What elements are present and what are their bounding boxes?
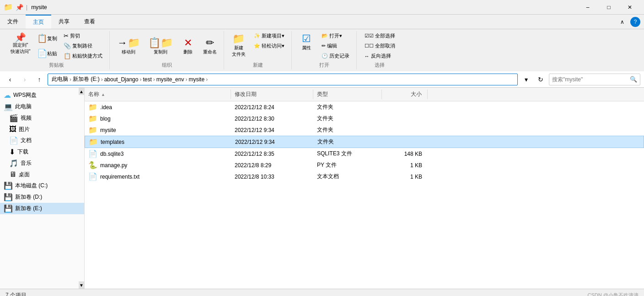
new-folder-btn[interactable]: 📁 新建文件夹 <box>229 31 249 59</box>
cut-btn[interactable]: ✂ 剪切 <box>60 31 106 41</box>
sidebar-item-c[interactable]: 💾 本地磁盘 (C:) <box>0 180 84 191</box>
file-icon-manage: 🐍 <box>88 161 97 169</box>
new-item-btn[interactable]: ✨ 新建项目▾ <box>251 31 288 41</box>
move-to-btn[interactable]: →📁 移动到 <box>114 35 143 57</box>
copy-to-btn[interactable]: 📋📁 复制到 <box>145 35 176 57</box>
file-date-manage: 2022/12/8 8:29 <box>231 162 313 169</box>
file-row-blog[interactable]: 📁 blog 2022/12/12 8:30 文件夹 <box>85 113 644 124</box>
select-all-btn[interactable]: ☑☑ 全部选择 <box>361 31 398 41</box>
ribbon-group-new: 📁 新建文件夹 ✨ 新建项目▾ ⭐ 轻松访问▾ 新建 <box>225 31 292 69</box>
tab-file[interactable]: 文件 <box>0 15 26 29</box>
sidebar-item-downloads[interactable]: ⬇ 下载 <box>0 146 84 158</box>
forward-button[interactable]: › <box>18 73 31 86</box>
sidebar-item-pc[interactable]: 💻 此电脑 <box>0 101 84 112</box>
minimize-button[interactable]: – <box>577 0 598 15</box>
help-btn[interactable]: ? <box>630 17 640 27</box>
open-btn[interactable]: 📂 打开▾ <box>318 31 353 41</box>
pc-icon: 💻 <box>4 102 13 111</box>
tab-home[interactable]: 主页 <box>26 15 51 29</box>
path-drive[interactable]: 新加卷 (E:) <box>73 75 100 83</box>
edit-btn[interactable]: ✏ 编辑 <box>318 41 353 51</box>
file-size-db: 148 KB <box>382 151 428 157</box>
file-type-blog: 文件夹 <box>313 115 382 122</box>
select-none-btn[interactable]: ☐☐ 全部取消 <box>361 41 398 51</box>
sidebar-scroll-up[interactable]: ▲ <box>79 88 84 95</box>
file-row-req[interactable]: 📄 requirements.txt 2022/12/8 10:33 文本文档 … <box>85 171 644 182</box>
col-header-size[interactable]: 大小 <box>382 90 428 99</box>
back-button[interactable]: ‹ <box>4 73 16 86</box>
path-django[interactable]: about_Django <box>104 76 139 83</box>
file-date-templates: 2022/12/12 9:34 <box>231 139 314 145</box>
open-items: ☑ 属性 📂 打开▾ ✏ 编辑 🕐 历史记录 <box>296 31 353 61</box>
file-row-manage[interactable]: 🐍 manage.py 2022/12/8 8:29 PY 文件 1 KB <box>85 159 644 171</box>
select-none-icon: ☐☐ <box>365 43 374 49</box>
copy-btn[interactable]: 📋 复制 <box>35 31 59 46</box>
c-drive-icon: 💾 <box>4 181 13 190</box>
refresh-button[interactable]: ↻ <box>534 73 547 86</box>
delete-btn[interactable]: ✕ 删除 <box>178 35 198 57</box>
close-button[interactable]: ✕ <box>619 0 640 15</box>
sidebar-scroll-down[interactable]: ▼ <box>79 281 84 289</box>
file-row-templates[interactable]: 📁 templates 2022/12/12 9:34 文件夹 <box>85 136 644 148</box>
path-test[interactable]: test <box>143 76 151 83</box>
pin-icon: 📌 <box>16 4 23 11</box>
sidebar-item-docs[interactable]: 📄 文档 <box>0 135 84 146</box>
select-none-label: 全部取消 <box>375 42 395 49</box>
path-dropdown-btn[interactable]: ▾ <box>520 73 532 86</box>
sidebar-item-pictures[interactable]: 🖼 图片 <box>0 124 84 135</box>
file-header: 名称 ▲ 修改日期 类型 大小 <box>85 88 644 101</box>
select-label: 选择 <box>375 62 385 69</box>
sidebar-item-d[interactable]: 💾 新加卷 (D:) <box>0 191 84 203</box>
history-icon: 🕐 <box>322 53 328 59</box>
ribbon-collapse-btn[interactable]: ∧ <box>616 16 628 28</box>
music-label: 音乐 <box>21 159 32 167</box>
properties-label: 属性 <box>302 45 311 51</box>
copy-path-btn[interactable]: 📎 复制路径 <box>60 41 106 51</box>
invert-select-btn[interactable]: ↔ 反向选择 <box>361 51 398 61</box>
col-header-date[interactable]: 修改日期 <box>231 90 313 99</box>
folder-icon-small: 📁 <box>4 3 13 11</box>
col-date-label: 修改日期 <box>235 91 257 97</box>
file-name-text-manage: manage.py <box>100 162 127 169</box>
sidebar-item-video[interactable]: 🎬 视频 <box>0 112 84 124</box>
copy-label: 复制 <box>47 35 57 42</box>
up-button[interactable]: ↑ <box>33 73 46 86</box>
new-label: 新建 <box>253 62 263 69</box>
sidebar-item-music[interactable]: 🎵 音乐 <box>0 158 84 169</box>
address-path[interactable]: 此电脑 › 新加卷 (E:) › about_Django › test › m… <box>48 74 518 85</box>
search-box[interactable]: 🔍 <box>549 74 640 85</box>
file-date-mysite: 2022/12/12 9:34 <box>231 127 313 133</box>
path-env[interactable]: mysite_env <box>156 76 184 83</box>
paste-btn[interactable]: 📄 粘贴 <box>35 46 59 61</box>
e-drive-label: 新加卷 (E:) <box>15 205 42 212</box>
properties-btn[interactable]: ☑ 属性 <box>296 31 317 53</box>
col-header-name[interactable]: 名称 ▲ <box>85 90 231 99</box>
file-name-mysite: 📁 mysite <box>85 126 231 134</box>
tab-share[interactable]: 共享 <box>51 15 77 29</box>
history-btn[interactable]: 🕐 历史记录 <box>318 51 353 61</box>
search-input[interactable] <box>552 76 628 83</box>
sidebar-item-wps[interactable]: ☁ WPS网盘 <box>0 90 84 101</box>
col-header-type[interactable]: 类型 <box>313 90 382 99</box>
easy-access-icon: ⭐ <box>254 43 260 49</box>
path-mysite[interactable]: mysite <box>188 76 204 83</box>
sidebar-item-desktop[interactable]: 🖥 桌面 <box>0 169 84 180</box>
c-drive-label: 本地磁盘 (C:) <box>15 182 48 190</box>
status-bar: 7 个项目 CSDN @小鲁不咋滴滴 <box>0 289 644 296</box>
maximize-button[interactable]: □ <box>598 0 619 15</box>
search-icon[interactable]: 🔍 <box>630 76 637 83</box>
sidebar-item-e[interactable]: 💾 新加卷 (E:) <box>0 203 84 214</box>
rename-btn[interactable]: ✏ 重命名 <box>200 35 220 57</box>
ribbon-content: 📌 固定到"快速访问" 📋 复制 📄 粘贴 ✂ 剪 <box>0 29 644 71</box>
pin-to-quick-btn[interactable]: 📌 固定到"快速访问" <box>7 31 34 61</box>
organize-label: 组织 <box>162 62 172 69</box>
file-row-mysite[interactable]: 📁 mysite 2022/12/12 9:34 文件夹 <box>85 124 644 136</box>
tab-view[interactable]: 查看 <box>77 15 102 29</box>
file-row-idea[interactable]: 📁 .idea 2022/12/12 8:24 文件夹 <box>85 101 644 113</box>
file-row-db[interactable]: 📄 db.sqlite3 2022/12/12 8:35 SQLITE3 文件 … <box>85 148 644 159</box>
music-icon: 🎵 <box>9 159 18 168</box>
copy-path-label: 复制路径 <box>72 42 92 49</box>
path-pc[interactable]: 此电脑 <box>52 75 68 83</box>
paste-shortcut-btn[interactable]: 📋 粘贴快捷方式 <box>60 51 106 61</box>
easy-access-btn[interactable]: ⭐ 轻松访问▾ <box>251 41 288 51</box>
